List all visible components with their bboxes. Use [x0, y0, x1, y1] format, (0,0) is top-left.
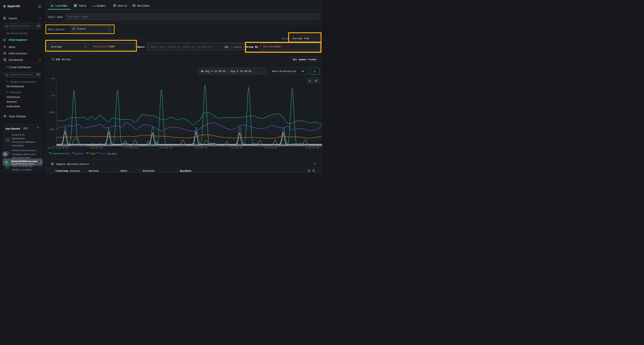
svg-text:3:39:00 PM: 3:39:00 PM: [90, 147, 102, 149]
svg-text:1.8M: 1.8M: [49, 78, 54, 80]
svg-text:3:47:00 PM: 3:47:00 PM: [124, 147, 138, 149]
svg-text:450K: 450K: [49, 128, 55, 131]
svg-text:4:11:00 PM: 4:11:00 PM: [229, 147, 242, 149]
svg-text:Aug 4 3:30:00 PM: Aug 4 3:30:00 PM: [48, 147, 68, 149]
svg-text:4:03:00 PM: 4:03:00 PM: [194, 147, 207, 149]
svg-text:3:55:00 PM: 3:55:00 PM: [160, 147, 172, 149]
svg-text:1.4M: 1.4M: [49, 95, 54, 97]
svg-text:900K: 900K: [49, 111, 55, 114]
svg-text:4:30:00 PM: 4:30:00 PM: [306, 147, 319, 149]
svg-text:4:19:00 PM: 4:19:00 PM: [264, 147, 277, 149]
